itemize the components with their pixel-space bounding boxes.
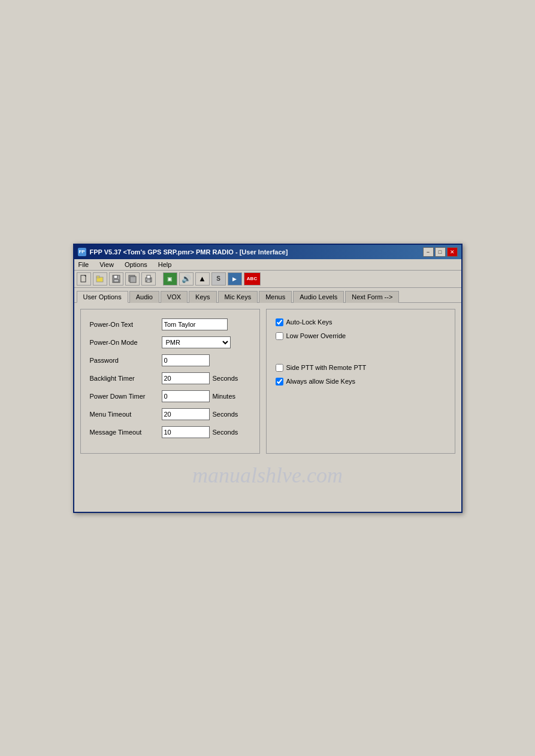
tabs-bar: User Options Audio VOX Keys Mic Keys Men… [74, 288, 461, 302]
menu-options[interactable]: Options [123, 260, 149, 269]
new-button[interactable] [77, 272, 91, 286]
export-button[interactable]: ▶ [228, 272, 242, 286]
svg-point-12 [150, 278, 151, 280]
backlight-timer-label: Backlight Timer [90, 375, 162, 382]
side-ptt-checkbox[interactable] [276, 364, 283, 372]
power-on-text-row: Power-On Text [90, 318, 250, 330]
up-button[interactable]: ▲ [195, 272, 210, 286]
power-down-timer-input[interactable] [162, 390, 210, 402]
auto-lock-keys-checkbox[interactable] [276, 318, 283, 326]
save-button[interactable] [109, 272, 123, 286]
always-allow-side-keys-checkbox[interactable] [276, 378, 283, 385]
monitor-button[interactable]: ▣ [163, 272, 177, 286]
menu-file[interactable]: File [77, 260, 91, 269]
svg-rect-8 [130, 277, 136, 283]
title-bar-left: FP FPP V5.37 <Tom's GPS SRP.pmr> PMR RAD… [78, 248, 288, 256]
title-bar: FP FPP V5.37 <Tom's GPS SRP.pmr> PMR RAD… [74, 245, 461, 259]
password-row: Password [90, 354, 250, 366]
minimize-button[interactable]: − [423, 247, 434, 257]
app-icon: FP [78, 248, 86, 256]
backlight-timer-input[interactable] [162, 372, 210, 384]
password-label: Password [90, 357, 162, 364]
title-bar-buttons: − □ ✕ [423, 247, 458, 257]
menu-timeout-input[interactable] [162, 408, 210, 420]
auto-lock-keys-label: Auto-Lock Keys [286, 318, 333, 326]
message-timeout-label: Message Timeout [90, 429, 162, 436]
open-button[interactable] [93, 272, 107, 286]
speaker-button[interactable]: 🔊 [179, 272, 194, 286]
menu-bar: File View Options Help [74, 259, 461, 271]
side-ptt-label: Side PTT with Remote PTT [286, 364, 367, 371]
watermark: manualshlve.com [192, 463, 343, 488]
tab-mic-keys[interactable]: Mic Keys [218, 291, 258, 303]
form-panel: Power-On Text Power-On Mode PMR AM FM Pa… [80, 309, 455, 454]
power-on-text-label: Power-On Text [90, 321, 162, 328]
power-on-mode-row: Power-On Mode PMR AM FM [90, 336, 250, 348]
tab-vox[interactable]: VOX [161, 291, 188, 303]
menu-help[interactable]: Help [156, 260, 174, 269]
power-on-mode-select[interactable]: PMR AM FM [162, 336, 231, 348]
menu-timeout-unit: Seconds [213, 411, 238, 418]
tab-audio[interactable]: Audio [129, 291, 159, 303]
save-all-button[interactable] [125, 272, 140, 286]
backlight-timer-unit: Seconds [213, 375, 238, 382]
svg-rect-11 [147, 280, 150, 282]
content-area: Power-On Text Power-On Mode PMR AM FM Pa… [74, 302, 461, 512]
low-power-override-label: Low Power Override [286, 332, 346, 339]
right-panel: Auto-Lock Keys Low Power Override Side P… [266, 309, 455, 454]
power-on-text-input[interactable] [162, 318, 228, 330]
tab-next-form[interactable]: Next Form --> [345, 291, 399, 303]
password-input[interactable] [162, 354, 210, 366]
side-ptt-row: Side PTT with Remote PTT [276, 364, 446, 372]
menu-timeout-row: Menu Timeout Seconds [90, 408, 250, 420]
menu-timeout-label: Menu Timeout [90, 411, 162, 418]
tab-audio-levels[interactable]: Audio Levels [293, 291, 344, 303]
auto-lock-keys-row: Auto-Lock Keys [276, 318, 446, 326]
always-allow-side-keys-row: Always allow Side Keys [276, 378, 446, 385]
menu-view[interactable]: View [98, 260, 116, 269]
low-power-override-checkbox[interactable] [276, 332, 283, 340]
tab-keys[interactable]: Keys [189, 291, 216, 303]
svg-rect-10 [147, 275, 150, 278]
tab-user-options[interactable]: User Options [77, 291, 128, 303]
main-window: FP FPP V5.37 <Tom's GPS SRP.pmr> PMR RAD… [73, 244, 463, 513]
message-timeout-unit: Seconds [213, 429, 238, 436]
always-allow-side-keys-label: Always allow Side Keys [286, 378, 356, 385]
power-down-timer-row: Power Down Timer Minutes [90, 390, 250, 402]
power-on-mode-label: Power-On Mode [90, 339, 162, 346]
left-panel: Power-On Text Power-On Mode PMR AM FM Pa… [80, 309, 260, 454]
abc-button[interactable]: ABC [244, 272, 261, 286]
power-down-timer-label: Power Down Timer [90, 393, 162, 400]
s-button[interactable]: S [211, 272, 226, 286]
backlight-timer-row: Backlight Timer Seconds [90, 372, 250, 384]
low-power-override-row: Low Power Override [276, 332, 446, 340]
svg-rect-6 [114, 280, 119, 282]
message-timeout-input[interactable] [162, 426, 210, 438]
tab-menus[interactable]: Menus [259, 291, 292, 303]
message-timeout-row: Message Timeout Seconds [90, 426, 250, 438]
svg-rect-3 [96, 276, 99, 278]
power-down-timer-unit: Minutes [213, 393, 236, 400]
window-title: FPP V5.37 <Tom's GPS SRP.pmr> PMR RADIO … [90, 248, 288, 256]
print-button[interactable] [141, 272, 156, 286]
svg-rect-5 [114, 275, 117, 278]
maximize-button[interactable]: □ [435, 247, 446, 257]
close-button[interactable]: ✕ [447, 247, 458, 257]
toolbar: ▣ 🔊 ▲ S ▶ ABC [74, 271, 461, 288]
svg-rect-0 [81, 275, 86, 282]
